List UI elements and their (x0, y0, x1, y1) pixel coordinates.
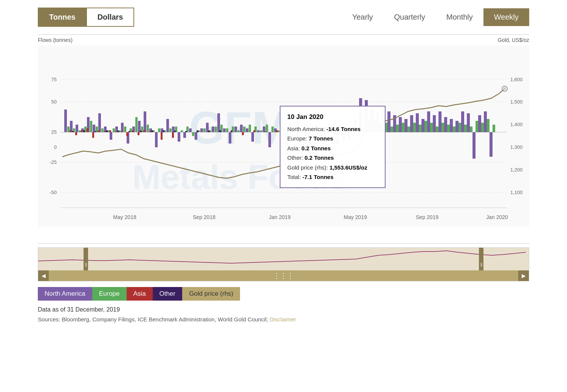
svg-text:25: 25 (51, 129, 57, 135)
tooltip-ot-value: 0.2 Tonnes (305, 154, 334, 161)
scrollbar-handle[interactable]: ⋮⋮⋮ (273, 272, 294, 280)
svg-rect-93 (478, 115, 481, 132)
svg-rect-160 (442, 123, 444, 132)
svg-rect-162 (453, 127, 455, 132)
svg-rect-51 (240, 125, 243, 132)
monthly-button[interactable]: Monthly (436, 8, 483, 26)
legend-north-america[interactable]: North America (38, 287, 92, 301)
svg-rect-53 (251, 132, 254, 142)
disclaimer-link[interactable]: Disclaimer (270, 316, 296, 323)
tooltip-row-ot: Other: 0.2 Tonnes (287, 153, 378, 163)
svg-rect-193 (265, 131, 266, 132)
tooltip-eu-value: 7 Tonnes (309, 135, 333, 142)
tooltip-eu-label: Europe: (287, 135, 309, 142)
yearly-button[interactable]: Yearly (342, 8, 384, 26)
svg-rect-168 (487, 119, 490, 132)
navigator-scrollbar[interactable]: ◀ ⋮⋮⋮ ▶ (38, 270, 529, 281)
svg-rect-155 (413, 123, 416, 132)
svg-rect-88 (450, 119, 453, 132)
svg-rect-184 (149, 131, 151, 132)
svg-rect-201 (117, 131, 119, 132)
svg-rect-208 (197, 131, 198, 132)
svg-rect-112 (158, 128, 160, 132)
svg-rect-20 (64, 110, 67, 132)
svg-rect-183 (143, 130, 145, 132)
svg-rect-198 (83, 130, 85, 132)
svg-rect-209 (208, 131, 210, 132)
tooltip-total-label: Total: (287, 174, 302, 180)
tooltip-as-label: Asia: (287, 145, 302, 151)
svg-rect-172 (81, 130, 83, 132)
tonnes-button[interactable]: Tonnes (38, 8, 86, 27)
weekly-button[interactable]: Weekly (483, 8, 529, 26)
svg-rect-156 (419, 125, 421, 132)
svg-rect-33 (138, 121, 141, 132)
svg-rect-126 (237, 130, 240, 132)
svg-rect-86 (438, 111, 442, 132)
legend-other[interactable]: Other (153, 287, 183, 301)
svg-rect-131 (266, 125, 268, 132)
svg-rect-174 (92, 132, 94, 138)
svg-rect-179 (121, 131, 122, 132)
svg-rect-164 (464, 125, 467, 132)
svg-rect-211 (231, 131, 232, 132)
svg-text:May 2019: May 2019 (344, 214, 367, 220)
tooltip-row-total: Total: -7.1 Tonnes (287, 172, 378, 182)
svg-rect-42 (189, 128, 192, 132)
svg-rect-177 (109, 130, 111, 132)
svg-rect-46 (212, 127, 214, 132)
svg-rect-157 (424, 121, 427, 132)
quarterly-button[interactable]: Quarterly (384, 8, 436, 26)
navigator-right-arrow[interactable]: ▶ (518, 270, 529, 281)
svg-rect-120 (203, 128, 206, 132)
svg-rect-194 (276, 130, 278, 132)
svg-rect-82 (416, 113, 419, 132)
tooltip-row-gp: Gold price (rhs): 1,553.6US$/oz (287, 163, 378, 173)
svg-rect-161 (447, 125, 450, 132)
dollars-button[interactable]: Dollars (86, 8, 135, 27)
svg-rect-94 (484, 111, 487, 132)
svg-rect-50 (234, 127, 237, 132)
svg-text:-50: -50 (50, 190, 57, 195)
svg-rect-154 (407, 127, 410, 132)
svg-rect-128 (249, 125, 251, 132)
svg-rect-108 (135, 117, 138, 132)
svg-rect-52 (246, 128, 248, 132)
svg-rect-80 (404, 119, 407, 132)
legend-europe[interactable]: Europe (92, 287, 127, 301)
unit-buttons: Tonnes Dollars (38, 8, 134, 27)
legend-asia[interactable]: Asia (127, 287, 153, 301)
svg-rect-22 (76, 125, 78, 132)
svg-rect-34 (144, 111, 146, 132)
svg-rect-203 (140, 131, 142, 132)
svg-rect-26 (98, 113, 101, 132)
svg-rect-206 (174, 131, 176, 132)
svg-text:1,300: 1,300 (510, 144, 523, 150)
svg-rect-44 (200, 128, 203, 132)
svg-rect-47 (217, 113, 220, 132)
svg-rect-110 (147, 125, 149, 132)
legend-as-label: Asia (133, 290, 146, 298)
svg-text:50: 50 (51, 99, 57, 105)
svg-text:Sep 2018: Sep 2018 (193, 214, 215, 220)
svg-text:May 2018: May 2018 (113, 214, 136, 220)
legend-gold-price[interactable]: Gold price (rhs) (182, 287, 240, 301)
svg-rect-202 (129, 131, 130, 132)
right-arrow-icon: ▶ (522, 273, 526, 279)
svg-rect-153 (402, 123, 404, 132)
svg-rect-132 (271, 127, 274, 132)
svg-rect-79 (399, 117, 402, 132)
svg-rect-186 (172, 132, 174, 138)
svg-rect-28 (110, 132, 112, 140)
navigator-left-arrow[interactable]: ◀ (38, 270, 49, 281)
svg-rect-30 (121, 123, 124, 132)
svg-rect-182 (138, 132, 139, 135)
left-arrow-icon: ◀ (42, 273, 46, 279)
svg-rect-159 (436, 127, 438, 132)
svg-rect-151 (390, 127, 393, 132)
period-buttons: Yearly Quarterly Monthly Weekly (342, 8, 529, 26)
chart-svg-container: GFMS Metals Focus 75 50 25 0 -25 -50 1,6… (38, 45, 529, 243)
svg-rect-122 (215, 127, 217, 132)
svg-rect-49 (229, 132, 231, 144)
svg-rect-116 (181, 130, 183, 132)
